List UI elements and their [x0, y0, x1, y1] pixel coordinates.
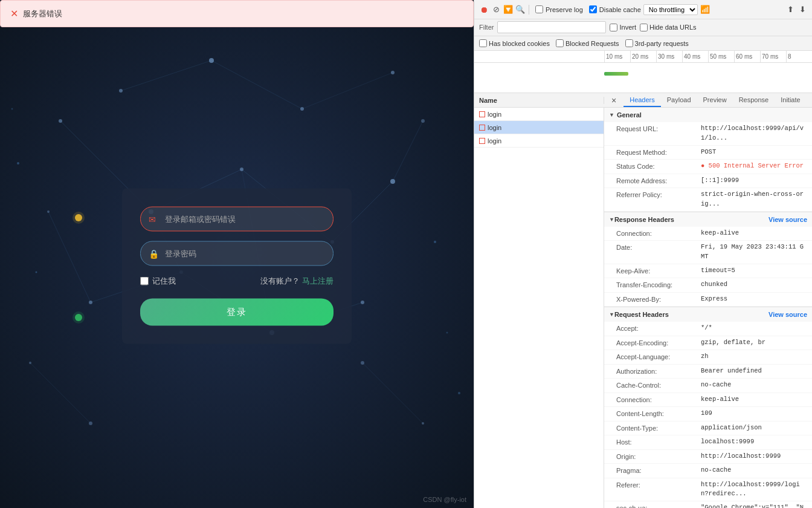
req-value-8: localhost:9999	[701, 437, 807, 448]
svg-point-26	[47, 210, 50, 213]
svg-point-19	[240, 168, 243, 171]
preserve-log-label[interactable]: Preserve log	[546, 6, 583, 13]
req-value-0: */*	[701, 324, 807, 334]
req-row-11: Referer: http://localhost:9999/login?red…	[604, 478, 812, 502]
devtools-toolbar: ⏺ ⊘ 🔽 🔍 Preserve log Disable cache No th…	[474, 0, 812, 19]
separator-1	[529, 5, 529, 15]
resp-value-4: Express	[701, 295, 807, 305]
blocked-requests-checkbox[interactable]	[556, 39, 564, 47]
hide-data-urls-checkbox[interactable]	[640, 24, 648, 31]
detail-tab-response[interactable]: Response	[733, 94, 775, 107]
tick-20ms: 20 ms	[630, 51, 656, 62]
detail-tab-initiate[interactable]: Initiate	[775, 94, 806, 107]
preserve-log-group: Preserve log	[535, 5, 583, 13]
req-value-10: no-cache	[701, 466, 807, 476]
close-detail-button[interactable]: ×	[609, 96, 619, 105]
record-button[interactable]: ⏺	[479, 5, 489, 15]
svg-point-29	[89, 422, 92, 425]
svg-point-31	[422, 422, 424, 425]
req-row-4: Cache-Control: no-cache	[604, 379, 812, 393]
error-banner: ✕ 服务器错误	[0, 0, 474, 27]
name-column-header: Name	[474, 97, 604, 104]
response-headers-triangle: ▼	[609, 217, 614, 223]
svg-point-37	[72, 212, 85, 224]
general-value-1: POST	[701, 148, 807, 158]
csdn-credit: CSDN @fly-iot	[423, 496, 466, 503]
wifi-icon: 📶	[700, 5, 710, 15]
has-blocked-cookies-checkbox[interactable]	[479, 39, 487, 47]
req-key-10: Pragma:	[616, 466, 701, 476]
req-value-12: "Google Chrome";v="111", "Not(A:Br...	[701, 503, 807, 508]
svg-point-41	[36, 272, 37, 273]
resp-key-3: Transfer-Encoding:	[616, 280, 701, 290]
general-key-3: Remote Address:	[616, 176, 701, 186]
throttling-select[interactable]: No throttling	[643, 4, 698, 15]
detail-tab-headers[interactable]: Headers	[624, 94, 661, 107]
download-icon[interactable]: ⬇	[798, 5, 807, 15]
resp-row-3: Transfer-Encoding: chunked	[604, 278, 812, 293]
req-row-9: Origin: http://localhost:9999	[604, 450, 812, 464]
response-headers-view-source[interactable]: View source	[768, 216, 807, 223]
general-section-header[interactable]: ▼ General	[604, 108, 812, 122]
email-input[interactable]	[140, 207, 334, 232]
filter-input[interactable]	[497, 21, 606, 33]
detail-tab-payload[interactable]: Payload	[661, 94, 697, 107]
tick-60ms: 60 ms	[734, 51, 760, 62]
response-headers-header[interactable]: ▼ Response Headers View source	[604, 212, 812, 227]
req-key-6: Content-Length:	[616, 409, 701, 419]
hide-data-urls-label: Hide data URLs	[649, 24, 697, 31]
resp-row-0: Connection: keep-alive	[604, 227, 812, 241]
general-row-3: Remote Address: [::1]:9999	[604, 174, 812, 189]
filter-icon[interactable]: 🔽	[503, 5, 513, 15]
req-key-12: sec-ch-ua:	[616, 503, 701, 508]
general-value-2: ● 500 Internal Server Error	[701, 161, 807, 172]
remember-me-label[interactable]: 记住我	[140, 276, 176, 287]
general-value-4: strict-origin-when-cross-orig...	[701, 190, 807, 209]
req-row-7: Content-Type: application/json	[604, 422, 812, 436]
svg-point-17	[59, 119, 62, 123]
resp-value-0: keep-alive	[701, 229, 807, 239]
resp-value-1: Fri, 19 May 2023 23:43:11 GMT	[701, 243, 807, 262]
network-list: login login login	[474, 108, 604, 508]
upload-icon[interactable]: ⬆	[785, 5, 795, 15]
search-icon[interactable]: 🔍	[515, 5, 525, 15]
register-link[interactable]: 马上注册	[302, 276, 334, 285]
network-item-2[interactable]: login	[474, 134, 604, 148]
svg-point-40	[17, 162, 19, 164]
req-key-7: Content-Type:	[616, 423, 701, 434]
general-key-4: Referrer Policy:	[616, 190, 701, 209]
req-key-5: Connection:	[616, 395, 701, 405]
resp-key-0: Connection:	[616, 229, 701, 239]
svg-point-27	[421, 119, 425, 123]
detail-tab-preview[interactable]: Preview	[697, 94, 733, 107]
req-key-8: Host:	[616, 437, 701, 448]
req-key-2: Accept-Language:	[616, 352, 701, 362]
third-party-group: 3rd-party requests	[625, 39, 689, 47]
svg-point-44	[11, 108, 13, 110]
remember-me-checkbox[interactable]	[140, 277, 149, 285]
detail-panel: ▼ General Request URL: http://localhost:…	[604, 108, 812, 508]
request-headers-view-source[interactable]: View source	[768, 311, 807, 318]
req-row-5: Connection: keep-alive	[604, 393, 812, 408]
network-item-0[interactable]: login	[474, 108, 604, 121]
third-party-checkbox[interactable]	[625, 39, 633, 47]
disable-cache-checkbox[interactable]	[589, 5, 597, 13]
preserve-log-checkbox[interactable]	[535, 5, 543, 13]
svg-point-25	[361, 301, 364, 304]
resp-key-2: Keep-Alive:	[616, 266, 701, 276]
blocked-row: Has blocked cookies Blocked Requests 3rd…	[474, 36, 812, 51]
password-input[interactable]	[140, 241, 334, 266]
disable-cache-label[interactable]: Disable cache	[599, 6, 641, 13]
third-party-label: 3rd-party requests	[635, 40, 689, 47]
request-headers-header[interactable]: ▼ Request Headers View source	[604, 307, 812, 322]
detail-tabs: Headers Payload Preview Response Initiat…	[624, 94, 806, 107]
lock-icon: 🔒	[149, 249, 159, 258]
resp-value-2: timeout=5	[701, 266, 807, 276]
disable-cache-group: Disable cache	[589, 5, 641, 13]
invert-checkbox[interactable]	[610, 24, 617, 31]
stop-button[interactable]: ⊘	[491, 5, 501, 15]
req-row-12: sec-ch-ua: "Google Chrome";v="111", "Not…	[604, 501, 812, 508]
req-value-9: http://localhost:9999	[701, 452, 807, 462]
login-button[interactable]: 登录	[140, 299, 334, 326]
network-item-1[interactable]: login	[474, 121, 604, 134]
